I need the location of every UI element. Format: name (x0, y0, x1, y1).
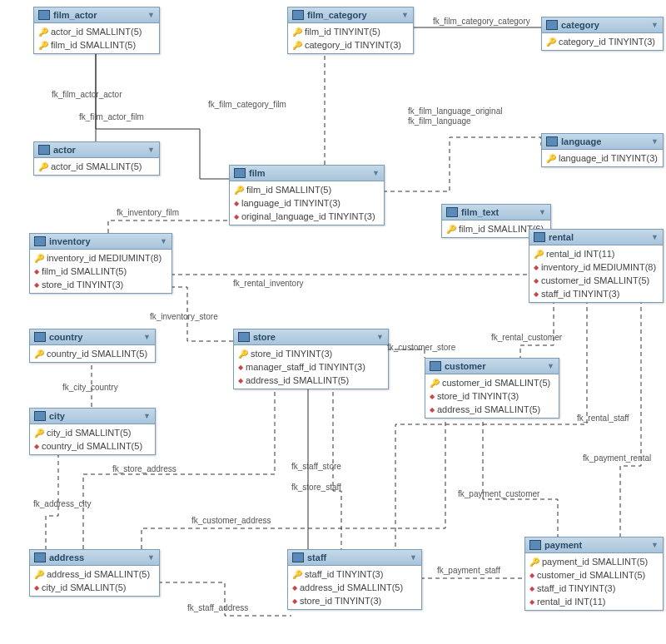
attribute-row[interactable]: ◆city_id SMALLINT(5) (30, 581, 159, 594)
entity-header[interactable]: film_text▼ (442, 205, 550, 220)
attribute-row[interactable]: ◆store_id TINYINT(3) (30, 278, 171, 291)
attribute-row[interactable]: 🔑language_id TINYINT(3) (542, 151, 663, 165)
attribute-row[interactable]: ◆customer_id SMALLINT(5) (525, 568, 663, 582)
entity-header[interactable]: city▼ (30, 409, 155, 424)
fk-label: fk_inventory_store (150, 312, 218, 321)
entity-header[interactable]: inventory▼ (30, 234, 171, 250)
key-icon: 🔑 (238, 349, 248, 359)
entity-body: 🔑staff_id TINYINT(3)◆address_id SMALLINT… (288, 566, 421, 609)
attribute-row[interactable]: ◆language_id TINYINT(3) (230, 196, 384, 210)
attribute-row[interactable]: ◆store_id TINYINT(3) (288, 594, 421, 607)
attribute-row[interactable]: 🔑customer_id SMALLINT(5) (425, 376, 559, 389)
attribute-text: country_id SMALLINT(5) (42, 441, 142, 451)
entity-inventory[interactable]: inventory▼🔑inventory_id MEDIUMINT(8)◆fil… (29, 233, 172, 294)
entity-body: 🔑category_id TINYINT(3) (542, 33, 663, 50)
attribute-row[interactable]: 🔑country_id SMALLINT(5) (30, 347, 155, 360)
attribute-row[interactable]: 🔑film_id SMALLINT(5) (230, 183, 384, 196)
entity-title: rental (549, 232, 574, 242)
entity-country[interactable]: country▼🔑country_id SMALLINT(5) (29, 329, 156, 363)
chevron-down-icon: ▼ (372, 169, 380, 177)
attribute-row[interactable]: 🔑address_id SMALLINT(5) (30, 567, 159, 581)
fk-label: fk_film_actor_actor (52, 90, 122, 99)
entity-store[interactable]: store▼🔑store_id TINYINT(3)◆manager_staff… (233, 329, 389, 389)
fk-label: fk_rental_inventory (233, 279, 304, 288)
attribute-row[interactable]: 🔑actor_id SMALLINT(5) (34, 160, 159, 173)
attribute-row[interactable]: ◆staff_id TINYINT(3) (525, 582, 663, 595)
fk-icon: ◆ (292, 597, 297, 605)
attribute-row[interactable]: ◆address_id SMALLINT(5) (425, 403, 559, 416)
chevron-down-icon: ▼ (376, 333, 384, 341)
fk-label: fk_film_actor_film (79, 112, 144, 121)
attribute-text: actor_id SMALLINT(5) (51, 27, 142, 37)
fk-icon: ◆ (234, 200, 239, 207)
attribute-row[interactable]: 🔑rental_id INT(11) (529, 247, 663, 260)
entity-body: 🔑rental_id INT(11)◆inventory_id MEDIUMIN… (529, 245, 663, 302)
entity-header[interactable]: customer▼ (425, 359, 559, 374)
attribute-row[interactable]: ◆staff_id TINYINT(3) (529, 287, 663, 300)
attribute-row[interactable]: 🔑film_id TINYINT(5) (288, 25, 413, 38)
entity-payment[interactable]: payment▼🔑payment_id SMALLINT(5)◆customer… (524, 537, 664, 611)
entity-title: film (249, 168, 266, 178)
attribute-row[interactable]: 🔑film_id SMALLINT(5) (34, 38, 159, 52)
entity-actor[interactable]: actor▼🔑actor_id SMALLINT(5) (33, 141, 160, 176)
attribute-row[interactable]: 🔑inventory_id MEDIUMINT(8) (30, 251, 171, 265)
entity-header[interactable]: country▼ (30, 329, 155, 345)
attribute-text: country_id SMALLINT(5) (47, 349, 147, 359)
entity-body: 🔑payment_id SMALLINT(5)◆customer_id SMAL… (525, 553, 663, 610)
entity-header[interactable]: rental▼ (529, 230, 663, 245)
fk-icon: ◆ (238, 377, 243, 384)
attribute-row[interactable]: ◆country_id SMALLINT(5) (30, 439, 155, 453)
entity-customer[interactable]: customer▼🔑customer_id SMALLINT(5)◆store_… (425, 358, 559, 419)
entity-body: 🔑city_id SMALLINT(5)◆country_id SMALLINT… (30, 424, 155, 454)
attribute-row[interactable]: ◆address_id SMALLINT(5) (234, 374, 388, 387)
table-icon (292, 10, 304, 20)
fk-label: fk_staff_store (291, 462, 341, 471)
entity-title: film_actor (53, 10, 97, 20)
entity-header[interactable]: address▼ (30, 550, 159, 566)
attribute-row[interactable]: 🔑payment_id SMALLINT(5) (525, 555, 663, 568)
attribute-row[interactable]: 🔑store_id TINYINT(3) (234, 347, 388, 360)
fk-icon: ◆ (529, 585, 534, 592)
entity-header[interactable]: staff▼ (288, 550, 421, 566)
attribute-row[interactable]: ◆address_id SMALLINT(5) (288, 581, 421, 594)
entity-header[interactable]: film_category▼ (288, 7, 413, 23)
entity-header[interactable]: language▼ (542, 134, 663, 150)
entity-title: language (561, 136, 601, 146)
entity-address[interactable]: address▼🔑address_id SMALLINT(5)◆city_id … (29, 549, 160, 597)
attribute-row[interactable]: ◆customer_id SMALLINT(5) (529, 274, 663, 287)
entity-header[interactable]: film▼ (230, 166, 384, 181)
attribute-row[interactable]: ◆film_id SMALLINT(5) (30, 265, 171, 278)
entity-film_actor[interactable]: film_actor▼🔑actor_id SMALLINT(5)🔑film_id… (33, 7, 160, 54)
entity-category[interactable]: category▼🔑category_id TINYINT(3) (541, 17, 664, 51)
attribute-text: staff_id TINYINT(3) (541, 289, 619, 299)
entity-staff[interactable]: staff▼🔑staff_id TINYINT(3)◆address_id SM… (287, 549, 422, 610)
fk-label: fk_film_category_film (208, 100, 286, 109)
fk-label: fk_address_city (33, 499, 91, 508)
entity-header[interactable]: category▼ (542, 17, 663, 33)
entity-header[interactable]: store▼ (234, 329, 388, 345)
attribute-row[interactable]: ◆inventory_id MEDIUMINT(8) (529, 260, 663, 274)
attribute-row[interactable]: ◆rental_id INT(11) (525, 595, 663, 608)
entity-header[interactable]: film_actor▼ (34, 7, 159, 23)
entity-film[interactable]: film▼🔑film_id SMALLINT(5)◆language_id TI… (229, 165, 385, 225)
entity-header[interactable]: actor▼ (34, 142, 159, 158)
entity-rental[interactable]: rental▼🔑rental_id INT(11)◆inventory_id M… (529, 229, 664, 303)
attribute-row[interactable]: 🔑staff_id TINYINT(3) (288, 567, 421, 581)
entity-header[interactable]: payment▼ (525, 537, 663, 553)
key-icon: 🔑 (34, 349, 44, 359)
fk-icon: ◆ (534, 290, 539, 298)
key-icon: 🔑 (38, 162, 48, 171)
attribute-row[interactable]: ◆store_id TINYINT(3) (425, 389, 559, 403)
entity-title: film_text (461, 207, 499, 217)
attribute-row[interactable]: ◆manager_staff_id TINYINT(3) (234, 360, 388, 374)
attribute-row[interactable]: 🔑category_id TINYINT(3) (288, 38, 413, 52)
attribute-row[interactable]: 🔑category_id TINYINT(3) (542, 35, 663, 48)
entity-language[interactable]: language▼🔑language_id TINYINT(3) (541, 133, 664, 167)
entity-city[interactable]: city▼🔑city_id SMALLINT(5)◆country_id SMA… (29, 408, 156, 455)
table-icon (546, 136, 558, 146)
entity-film_category[interactable]: film_category▼🔑film_id TINYINT(5)🔑catego… (287, 7, 414, 54)
attribute-row[interactable]: ◆original_language_id TINYINT(3) (230, 210, 384, 223)
attribute-row[interactable]: 🔑actor_id SMALLINT(5) (34, 25, 159, 38)
attribute-text: store_id TINYINT(3) (300, 596, 381, 606)
attribute-row[interactable]: 🔑city_id SMALLINT(5) (30, 426, 155, 439)
